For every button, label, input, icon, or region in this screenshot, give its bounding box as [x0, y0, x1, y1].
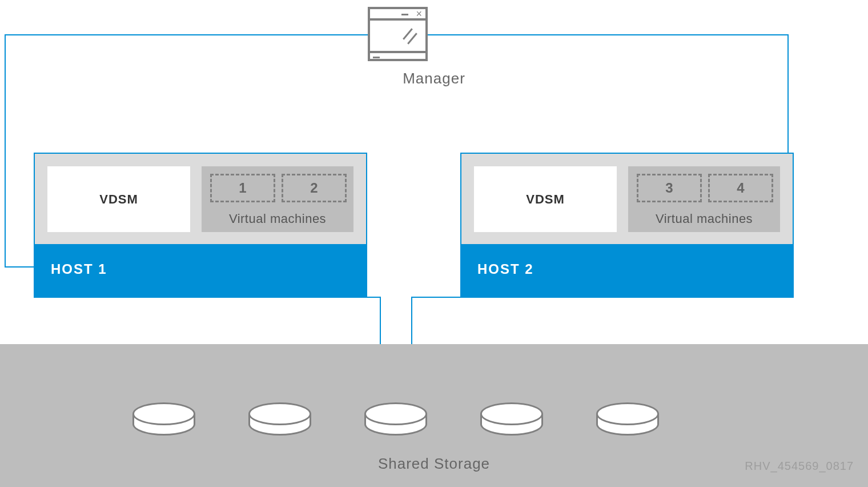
- vdsm-agent: VDSM: [474, 166, 617, 232]
- shared-storage-pane: Shared Storage RHV_454569_0817: [0, 344, 868, 487]
- host-1-title: HOST 1: [51, 261, 107, 277]
- host-1: VDSM 1 2 Virtual machines HOST 1: [34, 153, 367, 298]
- manager-label: Manager: [403, 70, 465, 87]
- storage-disk-icon: [596, 402, 659, 436]
- link-manager-host1: [5, 34, 368, 35]
- link-host1-storage: [366, 297, 381, 298]
- window-minimize-icon: [401, 14, 408, 15]
- diagram-id: RHV_454569_0817: [745, 460, 854, 473]
- vm-panel: 1 2 Virtual machines: [202, 166, 353, 232]
- storage-disk-icon: [248, 402, 311, 436]
- link-host2-storage: [411, 297, 461, 298]
- storage-disk-icon: [364, 402, 427, 436]
- host-2-services: VDSM 3 4 Virtual machines: [461, 154, 793, 244]
- storage-disk-icon: [480, 402, 543, 436]
- host-1-services: VDSM 1 2 Virtual machines: [35, 154, 366, 244]
- vm-slot: 4: [708, 174, 773, 202]
- window-close-icon: ×: [416, 8, 422, 19]
- vm-slot: 1: [210, 174, 275, 202]
- shared-storage-label: Shared Storage: [378, 455, 490, 473]
- manager-window-icon: ×: [368, 7, 428, 61]
- vm-slot: 3: [637, 174, 702, 202]
- vdsm-agent: VDSM: [47, 166, 190, 232]
- host-1-label-bar: HOST 1: [35, 244, 366, 297]
- link-manager-host2: [428, 34, 789, 35]
- host-2-label-bar: HOST 2: [461, 244, 793, 297]
- vm-slot: 2: [282, 174, 347, 202]
- vm-section-label: Virtual machines: [229, 211, 326, 226]
- architecture-diagram: Shared Storage RHV_454569_0817 VDSM 1 2 …: [0, 0, 868, 487]
- host-2-title: HOST 2: [477, 261, 534, 277]
- vm-panel: 3 4 Virtual machines: [628, 166, 780, 232]
- storage-disk-icon: [132, 402, 195, 436]
- host-2: VDSM 3 4 Virtual machines HOST 2: [460, 153, 794, 298]
- link-manager-host1: [5, 266, 35, 268]
- vm-section-label: Virtual machines: [656, 211, 753, 226]
- link-manager-host1: [5, 34, 6, 268]
